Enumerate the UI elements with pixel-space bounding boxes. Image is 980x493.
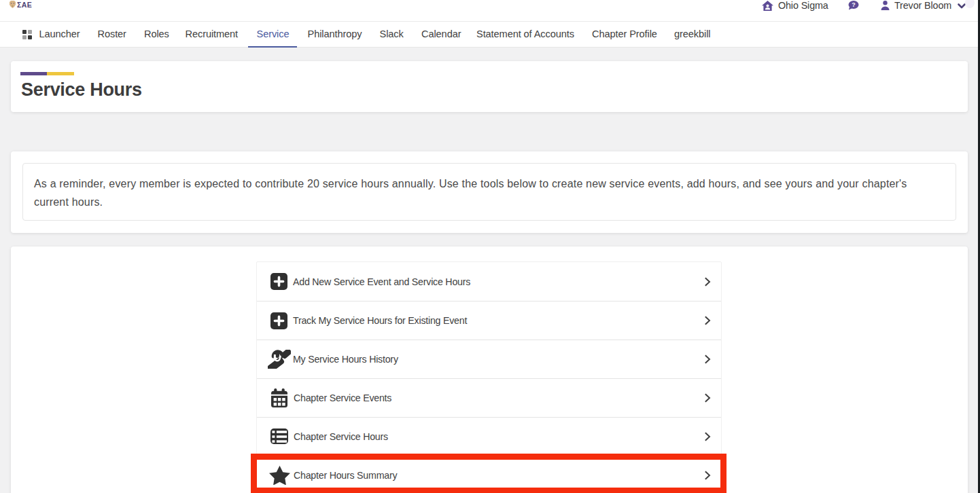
svg-text:?: ? xyxy=(852,1,856,8)
